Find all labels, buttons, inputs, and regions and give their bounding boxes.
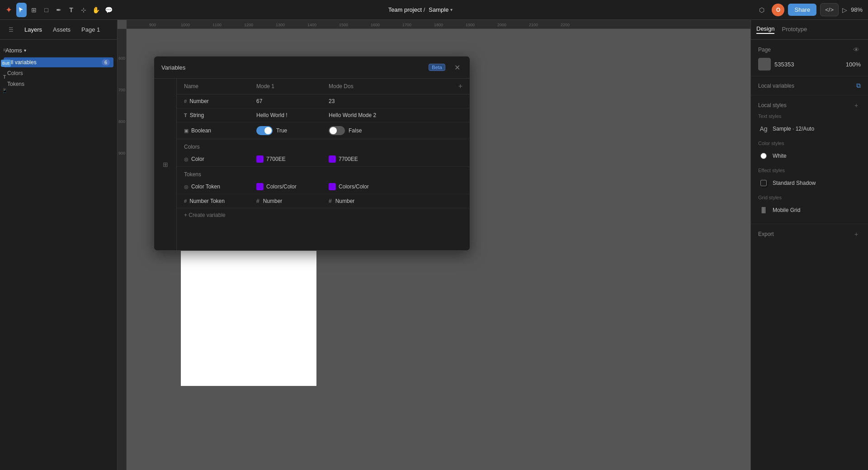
number-mode2-value[interactable]: 23 (329, 98, 401, 104)
page-section: Page 👁 535353 100% (751, 40, 868, 76)
table-row-color: ◎ Color 7700EE 7700EE (177, 152, 470, 167)
comment-tool[interactable]: 💬 (104, 3, 114, 17)
sample-style-name: Sample · 12/Auto (773, 126, 861, 132)
string-mode2-value[interactable]: Hello World Mode 2 (329, 112, 401, 118)
color-token-mode1-value[interactable]: Colors/Color (256, 183, 329, 190)
all-variables-count: 6 (102, 59, 110, 66)
iphone-panel-icon[interactable]: 📱 (1, 87, 8, 94)
toolbar-center: Team project / Sample ▾ (118, 6, 723, 13)
layers-panel-icon[interactable]: ≡ (1, 46, 8, 53)
canvas[interactable]: 900 1000 1100 1200 1300 1400 1500 1600 1… (118, 20, 750, 470)
sidebar-tab-layers[interactable]: Layers (20, 24, 47, 35)
zoom-level[interactable]: 98% (851, 6, 863, 13)
color-mode2-value[interactable]: 7700EE (329, 155, 401, 163)
sidebar-tab-page[interactable]: Page 1 (77, 24, 104, 35)
share-button[interactable]: Share (788, 4, 816, 16)
create-variable-button[interactable]: + Create variable (177, 208, 470, 222)
table-header: Name Mode 1 Mode Dos + (177, 79, 470, 94)
grid-icon-bars (762, 207, 765, 213)
text-tool[interactable]: T (66, 3, 77, 17)
local-styles-header: Local styles + (758, 101, 861, 110)
ruler-horizontal: 900 1000 1100 1200 1300 1400 1500 1600 1… (127, 20, 750, 29)
shape-tool[interactable]: □ (41, 3, 52, 17)
local-styles-section: Local styles + Text styles Ag Sample · 1… (751, 95, 868, 224)
page-color-swatch[interactable] (758, 58, 771, 70)
white-style-name: White (773, 153, 861, 159)
table-row-color-token: ◎ Color Token Colors/Color Colors/Color (177, 179, 470, 194)
var-name-color-token: ◎ Color Token (184, 183, 256, 190)
mobile-grid-style-row[interactable]: Mobile Grid (758, 202, 861, 218)
col-name: Name (184, 83, 256, 89)
modal-content: Name Mode 1 Mode Dos + # Number (177, 79, 470, 250)
category-all-variables[interactable]: All variables 6 (4, 57, 113, 67)
color-mode1-value[interactable]: 7700EE (256, 155, 329, 163)
shadow-style-row[interactable]: Standard Shadow (758, 175, 861, 191)
variables-modal: Variables Beta ✕ ⊞ (154, 56, 470, 251)
color-token-mode2-value[interactable]: Colors/Color (329, 183, 401, 190)
category-colors[interactable]: Colors (4, 68, 113, 78)
color-mode2-swatch (329, 155, 336, 163)
add-style-button[interactable]: + (852, 101, 861, 110)
code-button[interactable]: </> (820, 3, 839, 16)
modal-close-button[interactable]: ✕ (452, 62, 462, 73)
canvas-work-area[interactable]: Variables Beta ✕ ⊞ (127, 29, 750, 470)
modal-sidebar-columns-icon[interactable]: ⊞ (161, 159, 170, 170)
white-circle (760, 153, 767, 159)
text-panel-icon[interactable]: T (1, 73, 8, 80)
left-sidebar: ☰ Layers Assets Page 1 Atoms ▾ All varia… (0, 20, 118, 470)
page-opacity[interactable]: 100% (846, 61, 861, 68)
number-type-icon: # (184, 99, 187, 104)
hand-tool[interactable]: ✋ (91, 3, 102, 17)
boolean-mode1-value[interactable]: True (256, 126, 329, 135)
main-area: ☰ Layers Assets Page 1 Atoms ▾ All varia… (0, 20, 868, 470)
pen-tool[interactable]: ✒ (53, 3, 64, 17)
sidebar-tab-assets[interactable]: Assets (48, 24, 75, 35)
number-token-mode2-value[interactable]: # Number (329, 198, 401, 204)
color-mode1-swatch (256, 155, 264, 163)
figma-menu-button[interactable]: ✦ (4, 3, 14, 17)
number-token-mode1-value[interactable]: # Number (256, 198, 329, 204)
text-style-icon: Ag (758, 123, 769, 134)
local-variables-edit-icon[interactable]: ⧉ (856, 82, 861, 89)
page-visibility-icon[interactable]: 👁 (852, 45, 861, 54)
present-icon[interactable]: ▷ (842, 6, 847, 14)
number-token-type-icon: # (184, 198, 187, 204)
button-panel-icon[interactable]: Butt (1, 60, 11, 67)
component-tool[interactable]: ⊹ (78, 3, 89, 17)
select-tool[interactable] (16, 3, 27, 17)
sidebar-tabs: ☰ Layers Assets Page 1 (0, 20, 117, 40)
boolean-mode2-value[interactable]: False (329, 126, 401, 135)
boolean-mode2-toggle[interactable] (329, 126, 345, 135)
present-button[interactable]: ⬡ (755, 4, 768, 16)
category-tokens[interactable]: Tokens (4, 79, 113, 89)
var-name-string: T String (184, 112, 256, 118)
frame-tool[interactable]: ⊞ (28, 3, 39, 17)
color-styles-label: Color styles (758, 141, 861, 146)
color-styles-group: Color styles White (758, 141, 861, 164)
export-title: Export (758, 231, 774, 237)
page-section-header: Page 👁 (758, 45, 861, 54)
add-mode-button[interactable]: + (401, 82, 462, 90)
page-color-value[interactable]: 535353 (774, 61, 842, 68)
boolean-type-icon: ▣ (184, 128, 189, 134)
boolean-mode1-toggle[interactable] (256, 126, 273, 135)
number-token-label: Number Token (189, 198, 225, 204)
atoms-header[interactable]: Atoms ▾ (4, 43, 113, 57)
white-style-row[interactable]: White (758, 148, 861, 164)
string-mode1-value[interactable]: Hello World ! (256, 112, 329, 118)
add-export-button[interactable]: + (852, 230, 861, 239)
sidebar-collapse-icon[interactable]: ☰ (4, 23, 18, 37)
tab-design[interactable]: Design (756, 25, 774, 34)
col-mode2: Mode Dos (329, 83, 401, 89)
grid-style-icon (758, 205, 769, 216)
col-mode1: Mode 1 (256, 83, 329, 89)
number-mode1-value[interactable]: 67 (256, 98, 329, 104)
toolbar-right: ⬡ O Share </> ▷ 98% (723, 3, 868, 16)
file-name-button[interactable]: Sample ▾ (429, 6, 453, 13)
color-token-mode1-swatch (256, 183, 264, 190)
modal-sidebar: ⊞ (154, 79, 177, 250)
toolbar-left: ✦ ⊞ □ ✒ T ⊹ ✋ 💬 (0, 3, 118, 17)
table-row-number-token: # Number Token # Number # Number (177, 194, 470, 208)
tab-prototype[interactable]: Prototype (782, 26, 807, 33)
sample-style-row[interactable]: Ag Sample · 12/Auto (758, 121, 861, 137)
